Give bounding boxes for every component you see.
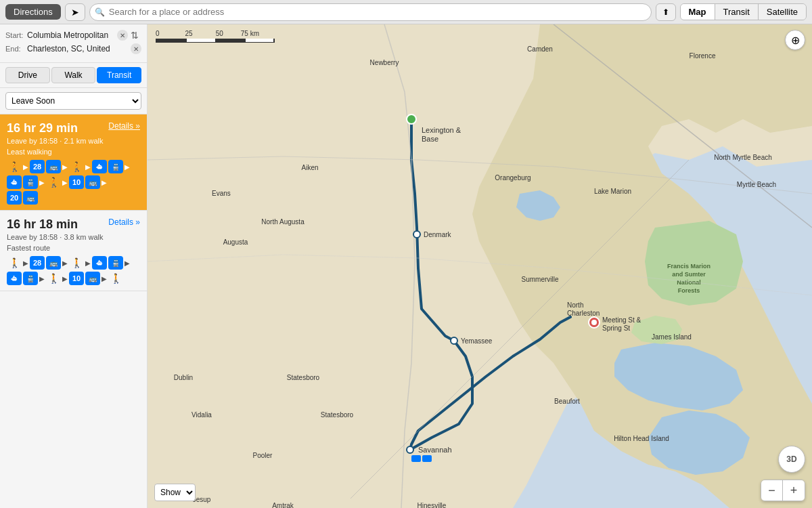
arrow-icon-14: ▶	[102, 275, 107, 282]
bus-icon-5: 🚌	[85, 272, 100, 285]
svg-text:Forests: Forests	[678, 287, 700, 294]
ferry-icon-1: ⛴	[92, 160, 107, 173]
route-2-badge-type: Fastest route	[7, 244, 140, 252]
svg-text:North: North	[567, 301, 583, 309]
arrow-icon-11: ▶	[125, 259, 130, 267]
svg-text:Meeting St &: Meeting St &	[602, 316, 641, 324]
svg-point-27	[407, 114, 416, 124]
svg-text:Camden: Camden	[527, 45, 553, 53]
arrow-icon-12: ▶	[39, 275, 45, 282]
svg-text:Pooler: Pooler	[253, 452, 273, 459]
train-icon-4: 🚆	[23, 272, 38, 285]
arrow-icon-7: ▶	[102, 179, 107, 186]
arrow-icon-5: ▶	[39, 179, 45, 186]
walk-icon-2: 🚶	[69, 160, 84, 173]
route-option-2[interactable]: 16 hr 18 min Details » Leave by 18:58 · …	[0, 211, 147, 291]
svg-text:Hilton Head Island: Hilton Head Island	[614, 435, 669, 442]
walk-icon-4: 🚶	[7, 256, 22, 270]
walk-icon-1: 🚶	[7, 160, 22, 173]
compass-button[interactable]: ⊕	[785, 30, 805, 50]
route-2-header: 16 hr 18 min Details »	[7, 217, 140, 232]
leave-select[interactable]: Leave Soon	[5, 92, 141, 110]
walk-icon-3: 🚶	[46, 175, 61, 189]
svg-text:Myrtle Beach: Myrtle Beach	[737, 181, 776, 188]
route-2-subtitle: Leave by 18:58 · 3.8 km walk	[7, 233, 140, 241]
scale-50: 50	[216, 30, 223, 37]
leave-select-row: Leave Soon	[0, 88, 147, 114]
svg-point-32	[451, 337, 457, 344]
arrow-icon-8: ▶	[23, 259, 28, 267]
svg-text:Vidalia: Vidalia	[191, 411, 212, 419]
end-label: End:	[5, 45, 27, 53]
svg-rect-37	[422, 455, 432, 462]
ferry-icon-4: ⛴	[7, 272, 22, 285]
swap-button[interactable]: ⇅	[128, 30, 141, 41]
share-button[interactable]: ⬆	[656, 3, 676, 21]
svg-text:Augusta: Augusta	[223, 238, 248, 246]
location-arrow-icon: ➤	[71, 7, 79, 18]
scale-bar: 0 25 50 75 km	[156, 30, 275, 43]
svg-text:Lexington &: Lexington &	[422, 126, 461, 134]
svg-point-41	[591, 320, 597, 325]
route-option-1[interactable]: 16 hr 29 min Details » Leave by 18:58 · …	[0, 114, 147, 211]
zoom-out-button[interactable]: −	[761, 480, 783, 501]
train-icon-3: 🚆	[108, 256, 123, 270]
svg-text:Florence: Florence	[690, 52, 716, 60]
arrow-icon-10: ▶	[85, 259, 91, 267]
svg-text:Summerville: Summerville	[521, 276, 558, 283]
route-1-icons-row2: ⛴ 🚆 ▶ 🚶 ▶ 10 🚌 ▶	[7, 175, 140, 189]
zoom-in-button[interactable]: +	[783, 480, 805, 501]
walk-tab[interactable]: Walk	[51, 67, 96, 83]
svg-text:Newberry: Newberry	[370, 59, 399, 66]
svg-point-34	[407, 446, 413, 453]
3d-label: 3D	[786, 454, 796, 464]
route-1-badge-type: Least walking	[7, 148, 140, 156]
route-2-icons-row1: 🚶 ▶ 28 🚌 ▶ 🚶 ▶ ⛴ 🚆 ▶	[7, 256, 140, 270]
svg-text:Beaufort: Beaufort	[554, 398, 580, 405]
svg-text:Statesboro: Statesboro	[287, 374, 320, 381]
search-container: 🔍	[89, 3, 652, 21]
svg-text:Spring St: Spring St	[602, 324, 630, 332]
scale-labels: 0 25 50 75 km	[156, 30, 259, 37]
ferry-icon-2: ⛴	[7, 175, 22, 189]
show-select[interactable]: Show	[154, 484, 196, 501]
map-mode-transit-button[interactable]: Transit	[715, 4, 759, 20]
sidebar: Start: Columbia Metropolitan ✕ ⇅ End: Ch…	[0, 24, 148, 508]
start-label: Start:	[5, 31, 27, 39]
svg-text:Savannah: Savannah	[418, 446, 452, 454]
drive-tab[interactable]: Drive	[5, 67, 50, 83]
route-2-details-link[interactable]: Details »	[108, 217, 140, 227]
end-clear-button[interactable]: ✕	[131, 43, 141, 54]
route-1-details-link[interactable]: Details »	[108, 121, 140, 131]
route-1-icons-row3: 20 🚌	[7, 191, 140, 205]
3d-button[interactable]: 3D	[778, 446, 805, 473]
transit-tab[interactable]: Transit	[97, 67, 141, 83]
arrow-icon-3: ▶	[85, 163, 91, 171]
bus-28-icon: 28	[30, 160, 45, 173]
route-1-time: 16 hr 29 min	[7, 121, 78, 135]
bus-icon-1: 🚌	[46, 160, 61, 173]
map-mode-map-button[interactable]: Map	[681, 4, 715, 20]
end-row: End: Charleston, SC, United ✕	[5, 43, 141, 54]
map-svg: Francis Marion and Sumter National Fores…	[148, 24, 812, 508]
svg-text:Yemassee: Yemassee	[461, 337, 493, 345]
arrow-icon-1: ▶	[23, 163, 28, 171]
train-icon-2: 🚆	[23, 175, 38, 189]
start-value: Columbia Metropolitan	[27, 30, 114, 40]
map-mode-satellite-button[interactable]: Satellite	[759, 4, 806, 20]
location-arrow-button[interactable]: ➤	[65, 3, 85, 21]
scale-line-bar	[156, 39, 275, 43]
bus-28b-icon: 28	[30, 256, 45, 270]
svg-text:Amtrak: Amtrak	[272, 502, 294, 508]
search-input[interactable]	[89, 3, 652, 21]
svg-text:Evans: Evans	[212, 190, 231, 197]
start-clear-button[interactable]: ✕	[117, 30, 128, 41]
end-value: Charleston, SC, United	[27, 44, 128, 54]
map-area[interactable]: Francis Marion and Sumter National Fores…	[148, 24, 812, 508]
directions-button[interactable]: Directions	[5, 4, 61, 20]
bus-10b-icon: 10	[69, 272, 84, 285]
svg-text:Dublin: Dublin	[174, 374, 193, 381]
show-select-row: Show	[154, 484, 196, 501]
scale-75: 75 km	[241, 30, 259, 37]
svg-text:Orangeburg: Orangeburg	[495, 174, 531, 182]
